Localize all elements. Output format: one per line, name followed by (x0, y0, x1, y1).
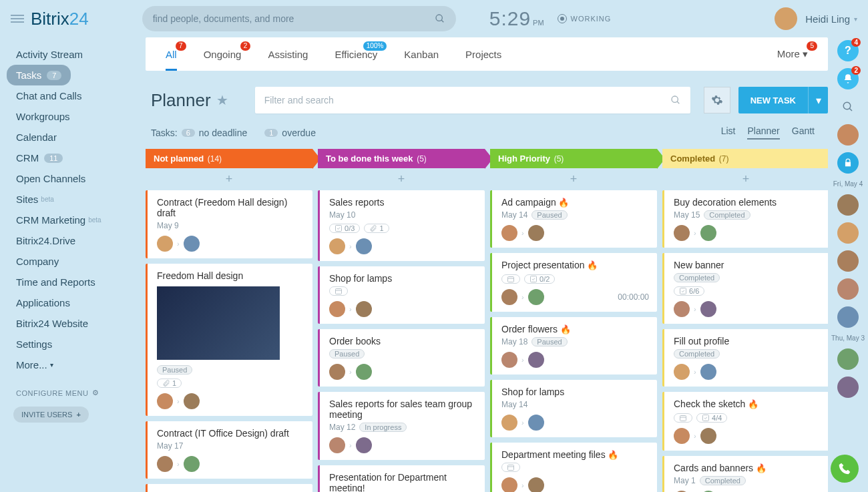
avatar[interactable] (528, 289, 544, 305)
rail-search-button[interactable] (837, 96, 859, 117)
avatar[interactable] (356, 437, 372, 453)
attachment-pill[interactable]: 1 (364, 224, 389, 233)
checklist-pill[interactable]: 6/6 (674, 286, 704, 296)
avatar[interactable] (356, 301, 372, 317)
avatar[interactable] (674, 364, 690, 380)
user-menu[interactable]: Heidi Ling ▾ (775, 7, 857, 30)
sidebar-item[interactable]: Bitrix24.Drive (7, 230, 146, 251)
tab-more[interactable]: More ▾5 (764, 37, 821, 71)
add-card-button[interactable]: + (662, 168, 828, 190)
sidebar-item[interactable]: Time and Reports (7, 272, 146, 292)
task-card[interactable]: Department meeting files 🔥› (490, 443, 657, 492)
avatar[interactable] (184, 456, 200, 472)
task-card[interactable]: Shop for lamps› (318, 266, 485, 324)
task-card[interactable]: High resolution banner printingMay 22In … (146, 484, 312, 492)
avatar[interactable] (501, 477, 517, 492)
notifications-button[interactable]: 2 (837, 68, 859, 89)
tab[interactable]: All7 (152, 37, 190, 71)
avatar[interactable] (157, 456, 173, 472)
sidebar-item[interactable]: Settings (7, 334, 146, 354)
task-card[interactable]: Sales reports for sales team group meeti… (318, 392, 485, 460)
task-card[interactable]: Order booksPaused› (318, 329, 485, 387)
avatar[interactable] (501, 225, 517, 241)
tab[interactable]: Assisting (254, 37, 321, 71)
checklist-pill[interactable]: 0/2 (524, 274, 555, 284)
avatar[interactable] (700, 301, 716, 317)
avatar[interactable] (528, 352, 544, 368)
avatar[interactable] (329, 437, 345, 453)
add-card-button[interactable]: + (146, 168, 312, 190)
column-header[interactable]: Completed (7) (662, 149, 828, 168)
phone-fab[interactable] (831, 455, 859, 483)
sidebar-item[interactable]: More... ▾ (7, 354, 146, 375)
avatar[interactable] (157, 393, 173, 409)
sidebar-item[interactable]: CRM Marketingbeta (7, 210, 146, 230)
calendar-pill[interactable] (501, 463, 520, 472)
add-card-button[interactable]: + (490, 168, 657, 190)
column-header[interactable]: High Priority (5) (490, 149, 657, 168)
avatar[interactable] (184, 236, 200, 252)
column-header[interactable]: Not planned (14) (146, 149, 312, 168)
avatar[interactable] (674, 301, 690, 317)
task-card[interactable]: New bannerCompleted 6/6› (662, 253, 828, 324)
avatar[interactable] (674, 225, 690, 241)
contact-avatar[interactable] (837, 124, 859, 146)
global-search-input[interactable] (153, 13, 435, 24)
task-card[interactable]: Contract (Freedom Hall design) draftMay … (146, 190, 312, 258)
global-search[interactable] (142, 6, 456, 31)
task-card[interactable]: Order flowers 🔥May 18Paused› (490, 317, 657, 375)
calendar-pill[interactable] (674, 413, 692, 423)
sidebar-item[interactable]: Bitrix24 Website (7, 313, 146, 334)
overdue-count[interactable]: 1 (264, 129, 278, 137)
avatar[interactable] (501, 352, 517, 368)
task-card[interactable]: Freedom Hall designPaused 1› (146, 264, 312, 416)
tab[interactable]: Efficiency100% (321, 37, 391, 71)
avatar[interactable] (329, 301, 345, 317)
task-card[interactable]: Presentation for Department meeting!May … (318, 465, 485, 492)
contact-avatar[interactable] (837, 306, 859, 328)
avatar[interactable] (528, 415, 544, 431)
filter-search-input[interactable] (264, 95, 670, 105)
tab[interactable]: Ongoing2 (190, 37, 255, 71)
avatar[interactable] (528, 225, 544, 241)
sidebar-item[interactable]: Activity Stream (7, 44, 146, 65)
star-icon[interactable]: ★ (216, 92, 228, 108)
sidebar-item[interactable]: Workgroups (7, 106, 146, 127)
settings-button[interactable] (704, 87, 730, 113)
task-card[interactable]: Project presentation 🔥 0/2›00:00:00 (490, 253, 657, 312)
task-card[interactable]: Check the sketch 🔥 4/4› (662, 392, 828, 451)
task-card[interactable]: Buy decoration elementsMay 15Completed› (662, 190, 828, 248)
view-planner[interactable]: Planner (747, 126, 779, 140)
sidebar-item[interactable]: Company (7, 251, 146, 272)
avatar[interactable] (356, 238, 372, 254)
avatar[interactable] (700, 225, 716, 241)
task-card[interactable]: Shop for lampsMay 14› (490, 380, 657, 437)
avatar[interactable] (674, 428, 690, 444)
working-status[interactable]: WORKING (558, 14, 612, 23)
view-gantt[interactable]: Gantt (792, 126, 815, 140)
avatar[interactable] (329, 364, 345, 380)
sidebar-item[interactable]: Sitesbeta (7, 189, 146, 210)
filter-search[interactable] (255, 87, 690, 113)
avatar[interactable] (184, 393, 200, 409)
column-header[interactable]: To be done this week (5) (318, 149, 485, 168)
calendar-pill[interactable] (501, 274, 520, 284)
avatar[interactable] (157, 236, 173, 252)
avatar[interactable] (501, 415, 517, 431)
contact-avatar[interactable] (837, 194, 859, 216)
avatar[interactable] (528, 477, 544, 492)
task-card[interactable]: Fill out profileCompleted› (662, 329, 828, 387)
menu-toggle-icon[interactable] (11, 13, 24, 25)
task-card[interactable]: Contract (IT Office Design) draftMay 17› (146, 421, 312, 479)
checklist-pill[interactable]: 0/3 (329, 224, 360, 233)
avatar[interactable] (501, 289, 517, 305)
avatar[interactable] (700, 364, 716, 380)
contact-avatar[interactable] (837, 278, 859, 300)
contact-avatar[interactable] (837, 377, 859, 398)
configure-menu[interactable]: CONFIGURE MENU ⚙ (7, 389, 146, 397)
attachment-pill[interactable]: 1 (157, 379, 182, 388)
contact-avatar[interactable] (837, 222, 859, 244)
tab[interactable]: Projects (452, 37, 515, 71)
invite-users-button[interactable]: INVITE USERS + (13, 407, 89, 423)
view-list[interactable]: List (721, 126, 736, 140)
